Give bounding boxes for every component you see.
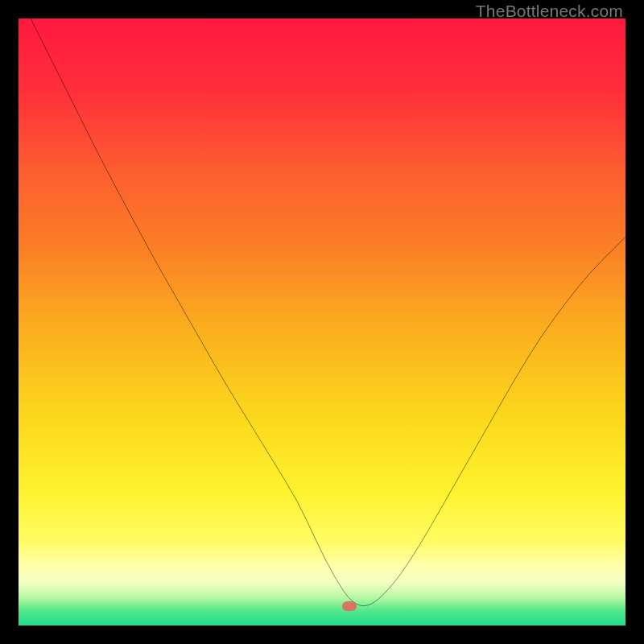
optimal-marker [342,601,357,611]
bottleneck-curve [19,19,625,625]
chart-frame: TheBottleneck.com [0,0,644,644]
watermark-label: TheBottleneck.com [476,2,623,21]
plot-area [19,19,625,625]
